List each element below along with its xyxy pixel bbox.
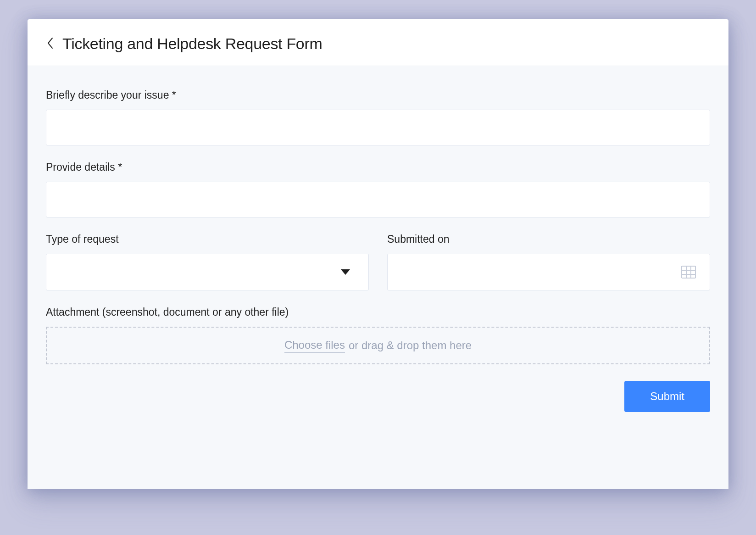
back-button[interactable]	[46, 37, 54, 51]
details-label: Provide details *	[46, 161, 710, 173]
field-attachment: Attachment (screenshot, document or any …	[46, 306, 710, 364]
submit-row: Submit	[46, 381, 710, 412]
field-request-type: Type of request	[46, 233, 369, 290]
chevron-left-icon	[47, 37, 53, 51]
issue-label: Briefly describe your issue *	[46, 89, 710, 101]
form-card: Ticketing and Helpdesk Request Form Brie…	[28, 19, 728, 489]
row-type-date: Type of request Submitted on	[46, 233, 710, 290]
calendar-icon	[681, 266, 696, 279]
card-header: Ticketing and Helpdesk Request Form	[28, 19, 728, 66]
field-submitted-on: Submitted on	[387, 233, 710, 290]
issue-input[interactable]	[46, 110, 710, 145]
attachment-dropzone[interactable]: Choose files or drag & drop them here	[46, 327, 710, 364]
attachment-label: Attachment (screenshot, document or any …	[46, 306, 710, 318]
card-body: Briefly describe your issue * Provide de…	[28, 66, 728, 489]
field-details: Provide details *	[46, 161, 710, 217]
submit-button[interactable]: Submit	[624, 381, 710, 412]
caret-down-icon	[341, 269, 350, 275]
field-issue: Briefly describe your issue *	[46, 89, 710, 145]
drop-hint: or drag & drop them here	[349, 339, 472, 352]
submitted-on-input[interactable]	[387, 254, 710, 290]
page-title: Ticketing and Helpdesk Request Form	[62, 35, 322, 53]
request-type-select[interactable]	[46, 254, 369, 290]
choose-files-link[interactable]: Choose files	[284, 339, 345, 353]
submitted-on-label: Submitted on	[387, 233, 710, 245]
request-type-label: Type of request	[46, 233, 369, 245]
details-input[interactable]	[46, 182, 710, 217]
